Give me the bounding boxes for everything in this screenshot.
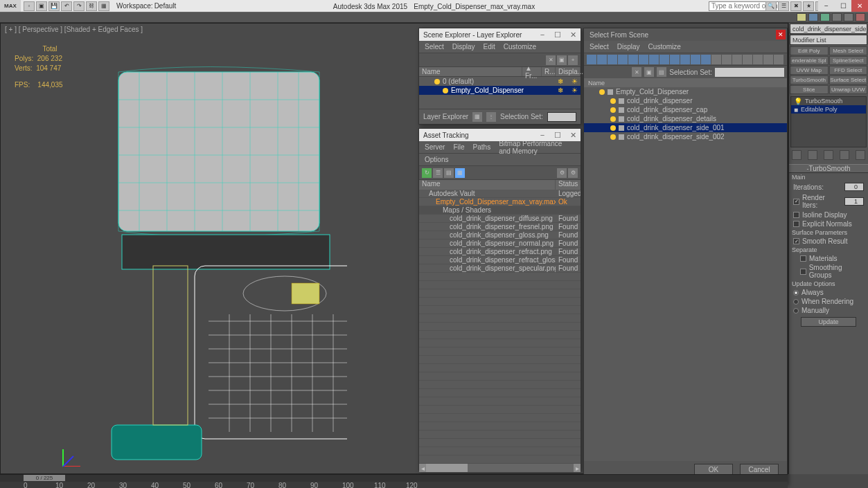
motion-tab-icon[interactable] xyxy=(832,13,842,21)
at-tree-icon[interactable]: ☰ xyxy=(433,168,443,178)
scene-item[interactable]: cold_drink_dispenser_side_001 xyxy=(584,123,787,132)
asset-row[interactable]: cold_drink_dispenser_specular.pngFound xyxy=(419,264,581,273)
mod-btn-uvw-map[interactable]: UVW Map xyxy=(790,66,829,75)
menu-select[interactable]: Select xyxy=(425,43,444,51)
asset-row[interactable]: Autodesk VaultLogged xyxy=(419,190,581,198)
signin-icon[interactable]: ☰ xyxy=(778,1,789,11)
pin-stack-icon[interactable] xyxy=(792,150,801,160)
smooth-result-check[interactable]: ✓ xyxy=(793,238,799,244)
scene-item[interactable]: cold_drink_dispenser_details xyxy=(584,114,787,123)
sfs-funnel-icon[interactable] xyxy=(753,55,763,64)
modify-tab-icon[interactable] xyxy=(808,13,818,21)
manually-radio[interactable] xyxy=(793,308,799,314)
sfs-tree-icon[interactable] xyxy=(763,55,773,64)
sfs-filter-cam-icon[interactable] xyxy=(628,55,638,64)
se-dock-icon[interactable]: ▦ xyxy=(472,112,482,122)
asset-row[interactable]: Maps / Shaders xyxy=(419,206,581,215)
sfs-filter-10-icon[interactable] xyxy=(701,55,711,64)
maximize-button[interactable]: ☐ xyxy=(835,0,851,12)
always-radio[interactable] xyxy=(793,290,799,296)
se-filter-icon[interactable]: ⋮ xyxy=(486,112,496,122)
sfs-filter-group-icon[interactable] xyxy=(659,55,669,64)
mod-btn-ffd-select[interactable]: FFD Select xyxy=(829,66,868,75)
sfs-filter-xref-icon[interactable] xyxy=(670,55,680,64)
asset-row[interactable]: cold_drink_dispenser_refract.pngFound xyxy=(419,248,581,256)
sfs-view1-icon[interactable] xyxy=(722,55,732,64)
at-close-icon[interactable]: ✕ xyxy=(565,129,581,141)
mod-btn-surface-select[interactable]: Surface Select xyxy=(829,75,868,84)
asset-row[interactable]: cold_drink_dispenser_diffuse.pngFound xyxy=(419,215,581,223)
minimize-button[interactable]: − xyxy=(818,0,835,12)
smgroups-check[interactable] xyxy=(800,269,806,275)
exchange-icon[interactable]: ✖ xyxy=(790,1,801,11)
render-iters-check[interactable]: ✓ xyxy=(793,199,799,205)
sfs-filter-warp-icon[interactable] xyxy=(649,55,659,64)
at-opt1-icon[interactable]: ⚙ xyxy=(557,168,567,178)
redo-icon[interactable]: ↷ xyxy=(73,1,85,11)
object-name-field[interactable]: cold_drink_dispenser_side_001 xyxy=(790,24,867,34)
sfs-titlebar[interactable]: Select From Scene ✕ xyxy=(584,28,787,41)
at-refresh-icon[interactable]: ↻ xyxy=(422,168,432,178)
menu-bitmap-performance-and-memory[interactable]: Bitmap Performance and Memory xyxy=(499,140,575,155)
sfs-filter-9-icon[interactable] xyxy=(691,55,700,64)
sfs-view2-icon[interactable] xyxy=(732,55,742,64)
mod-btn-mesh-select[interactable]: Mesh Select xyxy=(829,46,868,55)
asset-tracking-titlebar[interactable]: Asset Tracking − ☐ ✕ xyxy=(419,129,581,141)
menu-display[interactable]: Display xyxy=(452,43,475,51)
hierarchy-tab-icon[interactable] xyxy=(820,13,830,21)
mod-btn-slice[interactable]: Slice xyxy=(790,85,829,94)
se-layer-icon[interactable]: ▣ xyxy=(557,55,567,65)
sfs-list-icon[interactable] xyxy=(774,55,783,64)
menu-select[interactable]: Select xyxy=(590,43,609,51)
se-add-icon[interactable]: + xyxy=(568,55,578,65)
display-tab-icon[interactable] xyxy=(844,13,853,21)
scene-explorer-body[interactable]: 0 (default)❄☀Empty_Cold_Dispenser❄☀ xyxy=(419,77,581,95)
sfs-selset-dropdown[interactable] xyxy=(715,68,784,77)
sfs-filter-geom-icon[interactable] xyxy=(597,55,607,64)
asset-row[interactable]: cold_drink_dispenser_fresnel.pngFound xyxy=(419,223,581,231)
materials-check[interactable] xyxy=(800,255,806,262)
menu-server[interactable]: Server xyxy=(425,143,445,151)
sfs-filter-shape-icon[interactable] xyxy=(608,55,617,64)
at-minimize-icon[interactable]: − xyxy=(535,129,550,141)
sfs-body[interactable]: Empty_Cold_Dispensercold_drink_dispenser… xyxy=(584,87,787,461)
menu-edit[interactable]: Edit xyxy=(484,43,495,51)
mod-btn-edit-poly[interactable]: Edit Poly xyxy=(790,46,829,55)
create-tab-icon[interactable] xyxy=(797,13,806,21)
timeline[interactable]: 0 / 225 0102030405060708090100110120 xyxy=(0,474,788,488)
update-button[interactable]: Update xyxy=(801,317,856,327)
project-icon[interactable]: ▦ xyxy=(98,1,109,11)
sfs-x-icon[interactable]: ✕ xyxy=(632,67,641,77)
sfs-close-icon[interactable]: ✕ xyxy=(776,30,786,39)
asset-row[interactable]: cold_drink_dispenser_gloss.pngFound xyxy=(419,231,581,240)
se-close-tool-icon[interactable]: ✕ xyxy=(546,55,556,65)
asset-row[interactable]: Empty_Cold_Dispenser_max_vray.maxOk xyxy=(419,198,581,206)
save-icon[interactable]: 💾 xyxy=(48,1,60,11)
se-col-frozen[interactable]: ▲ Fr... xyxy=(522,67,542,76)
at-col-name[interactable]: Name xyxy=(419,180,556,190)
mod-btn-turbosmooth[interactable]: TurboSmooth xyxy=(790,75,829,84)
sfs-view3-icon[interactable] xyxy=(743,55,752,64)
se-col-render[interactable]: R... xyxy=(542,67,556,76)
at-col-status[interactable]: Status xyxy=(556,180,581,190)
sfs-filter-bone-icon[interactable] xyxy=(680,55,690,64)
workspace-dropdown[interactable]: Default xyxy=(154,2,177,10)
sfs-filter-all-icon[interactable] xyxy=(587,55,596,64)
utilities-tab-icon[interactable] xyxy=(856,13,865,21)
ok-button[interactable]: OK xyxy=(694,464,733,475)
new-icon[interactable]: ▫ xyxy=(24,1,35,11)
scene-item[interactable]: cold_drink_dispenser xyxy=(584,96,787,105)
stack-item[interactable]: ■Editable Poly xyxy=(791,105,866,114)
menu-customize[interactable]: Customize xyxy=(504,43,536,51)
sfs-filter-helper-icon[interactable] xyxy=(639,55,648,64)
mod-btn-enderable-spl[interactable]: enderable Spl xyxy=(790,56,829,65)
sfs-col-name[interactable]: Name xyxy=(584,78,787,87)
scene-item[interactable]: Empty_Cold_Dispenser xyxy=(584,87,787,96)
se-close-icon[interactable]: ✕ xyxy=(565,28,581,41)
rollup-header[interactable]: - TurboSmooth xyxy=(789,164,868,173)
mod-btn-splineselect[interactable]: SplineSelect xyxy=(829,56,868,65)
sfs-name-icon[interactable]: ▣ xyxy=(644,67,654,77)
menu-options[interactable]: Options xyxy=(425,156,448,163)
asset-row[interactable]: cold_drink_dispenser_refract_gloss.pngFo… xyxy=(419,256,581,264)
modifier-list-dropdown[interactable]: Modifier List xyxy=(790,35,867,45)
